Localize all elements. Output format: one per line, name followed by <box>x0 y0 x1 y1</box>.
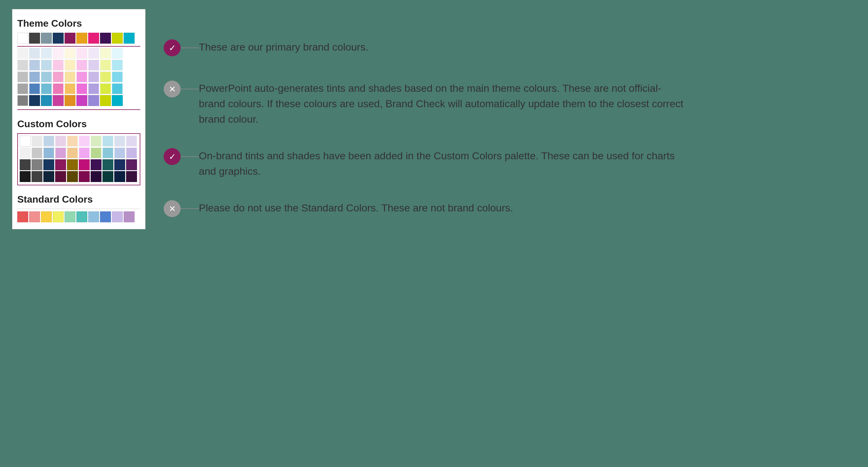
x-icon-2: ✕ <box>169 204 176 214</box>
check-icon-1: ✓ <box>169 43 176 53</box>
std-color[interactable] <box>65 211 75 222</box>
check-badge-1: ✓ <box>164 39 181 56</box>
annotation-standard-colors: ✕ Please do not use the Standard Colors.… <box>164 200 838 217</box>
left-panel: Theme Colors <box>12 9 146 229</box>
std-color[interactable] <box>112 211 123 222</box>
annotation-text-4: Please do not use the Standard Colors. T… <box>199 200 513 215</box>
connector-line-3 <box>181 156 199 157</box>
badge-wrapper-1: ✓ <box>164 39 199 56</box>
color-swatch[interactable] <box>124 33 134 44</box>
x-badge-2: ✕ <box>164 200 181 217</box>
custom-colors-title: Custom Colors <box>17 119 140 130</box>
annotation-text-2: PowerPoint auto-generates tints and shad… <box>199 80 684 127</box>
color-swatch[interactable] <box>112 33 123 44</box>
color-swatch[interactable] <box>65 33 75 44</box>
color-swatch[interactable] <box>41 33 52 44</box>
std-color[interactable] <box>124 211 134 222</box>
x-icon-1: ✕ <box>169 84 176 94</box>
color-swatch[interactable] <box>29 33 40 44</box>
theme-colors-section: Theme Colors <box>17 15 140 112</box>
standard-row <box>17 211 140 222</box>
theme-tints-section <box>17 48 140 110</box>
annotation-theme-tints: ✕ PowerPoint auto-generates tints and sh… <box>164 80 838 127</box>
color-swatch[interactable] <box>100 33 111 44</box>
theme-main-row <box>17 33 140 47</box>
std-color[interactable] <box>29 211 40 222</box>
std-color[interactable] <box>53 211 64 222</box>
color-swatch[interactable] <box>88 33 99 44</box>
badge-wrapper-4: ✕ <box>164 200 199 217</box>
color-swatch[interactable] <box>17 33 28 44</box>
theme-colors-title: Theme Colors <box>17 18 140 29</box>
x-badge-1: ✕ <box>164 80 181 98</box>
connector-line-4 <box>181 208 199 209</box>
connector-line-1 <box>181 47 199 48</box>
std-color[interactable] <box>17 211 28 222</box>
right-panel: ✓ These are our primary brand colours. ✕… <box>146 9 856 229</box>
check-icon-2: ✓ <box>169 152 176 162</box>
badge-wrapper-3: ✓ <box>164 148 199 165</box>
badge-wrapper-2: ✕ <box>164 80 199 98</box>
color-swatch[interactable] <box>53 33 64 44</box>
annotation-custom-colors: ✓ On-brand tints and shades have been ad… <box>164 148 838 179</box>
connector-line-2 <box>181 89 199 89</box>
standard-colors-title: Standard Colors <box>17 194 140 205</box>
custom-colors-grid-container <box>17 133 140 185</box>
annotation-theme-main: ✓ These are our primary brand colours. <box>164 39 838 56</box>
std-color[interactable] <box>41 211 52 222</box>
standard-colors-row-container <box>17 209 140 222</box>
main-container: Theme Colors <box>12 9 856 229</box>
standard-colors-section: Standard Colors <box>17 191 140 222</box>
std-color[interactable] <box>76 211 87 222</box>
custom-colors-section: Custom Colors <box>17 116 140 188</box>
std-color[interactable] <box>100 211 111 222</box>
annotation-text-3: On-brand tints and shades have been adde… <box>199 148 684 179</box>
color-swatch[interactable] <box>76 33 87 44</box>
check-badge-2: ✓ <box>164 148 181 165</box>
annotation-text-1: These are our primary brand colours. <box>199 39 368 55</box>
std-color[interactable] <box>88 211 99 222</box>
